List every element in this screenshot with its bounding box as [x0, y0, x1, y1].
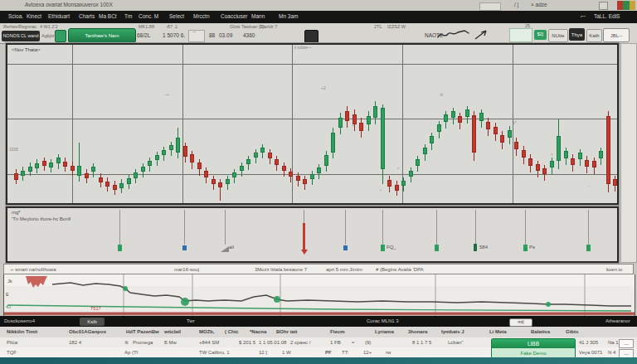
titlebar-dropdown[interactable] — [479, 2, 501, 11]
lot-size-box[interactable] — [509, 28, 532, 42]
candle-body — [99, 177, 103, 182]
label: Lcban'' — [448, 340, 464, 345]
signal-marker-b — [182, 245, 187, 250]
quote-box[interactable] — [188, 30, 205, 42]
table-stepper-box[interactable]: — — [619, 339, 634, 348]
profit-value: PF — [325, 350, 332, 355]
indicator-pane[interactable]: mg*'Tn Meylorio thore-hc BonllallFQ_584P… — [6, 206, 619, 263]
column-header[interactable]: Iymbats J — [441, 329, 464, 334]
column-header[interactable]: wticlail — [164, 329, 181, 334]
trading-terminal-window: { "window": { "title": "Avtoexa ovariat … — [0, 0, 637, 364]
menu-item[interactable]: Coacciuser — [221, 14, 248, 20]
menu-item[interactable]: Ethiduart — [48, 14, 70, 20]
quick-order-button[interactable] — [55, 30, 66, 42]
candle-body — [49, 163, 53, 167]
kath-button[interactable]: Kath — [586, 29, 602, 42]
candle-body — [479, 113, 484, 121]
symbol-button[interactable]: NONOS CL wand — [2, 31, 40, 41]
account-trade-button[interactable]: LIBB Fake Demo — [491, 338, 576, 358]
candle-body — [42, 161, 46, 166]
candle-plot-area[interactable] — [7, 45, 617, 203]
orders-table-header: Nikkilin TimitObc01AGanpoxHdT PazenBwwti… — [0, 327, 637, 338]
gridline-vertical — [72, 45, 73, 203]
label: TW Calibru, 1 — [199, 350, 230, 355]
window-title: Avtoexa ovariat Monsaxuverox 100X — [25, 2, 113, 8]
window-button-icon[interactable] — [599, 2, 608, 10]
label: NAOTE — [425, 33, 443, 39]
candle-body — [169, 145, 173, 150]
marker-label: FQ_ — [387, 245, 396, 250]
label: 12 ] — [259, 350, 267, 355]
equity-chart-pane[interactable]: JkE4JT517 — [3, 274, 635, 316]
indicator-toggle[interactable]: ⌐ smart na/nofthowa — [11, 267, 56, 272]
signal-marker-g — [381, 245, 385, 251]
column-header[interactable]: 3honara — [408, 329, 427, 334]
red-arrowhead-icon — [301, 250, 308, 255]
svg-text:4J: 4J — [6, 304, 11, 309]
candle-body — [232, 172, 236, 177]
account-trade-button-top[interactable]: LIBB — [492, 339, 575, 348]
status-strip: Ksib mt| Dosckoserro4TwrCurac MLN1 3Athe… — [0, 316, 637, 327]
candle-body — [240, 166, 244, 171]
candle-body — [289, 172, 293, 177]
candle-body — [458, 116, 462, 123]
gridline-horizontal — [7, 119, 617, 119]
label: t^ — [513, 121, 517, 125]
label: 3Mozz littala besaone 7 — [255, 267, 307, 272]
label: 1 1 05.01.08 — [259, 340, 286, 345]
candle-body — [613, 179, 617, 186]
column-header[interactable]: Obc01AGanpox — [69, 329, 106, 334]
label: ¬ — [352, 124, 354, 128]
label: $ 201 5 — [239, 340, 255, 345]
menu-item[interactable]: Charts — [79, 14, 95, 20]
nutte-button[interactable]: NUtte — [548, 29, 568, 42]
status-tab[interactable]: Ksib — [80, 318, 105, 326]
menu-item[interactable]: Mn 3am — [279, 14, 298, 20]
label: ii sdare— — [294, 46, 312, 50]
column-header[interactable]: Gibts — [566, 329, 578, 334]
candle-body — [105, 182, 109, 187]
svg-text:E: E — [6, 292, 9, 297]
label: ·· — [588, 184, 591, 188]
buy-order-button[interactable]: Tanthaw's Nam — [68, 28, 136, 43]
candle-body — [430, 136, 434, 143]
menu-item[interactable]: Kinect — [27, 14, 41, 20]
candle-body — [367, 116, 371, 124]
label: koen.io — [606, 267, 622, 272]
account-type-label: Fake Demo — [492, 348, 575, 357]
timeframe-active-button[interactable]: Thya — [569, 28, 585, 41]
tool-square-icon[interactable] — [304, 30, 318, 43]
column-header[interactable]: Ftecm — [330, 329, 345, 334]
label: Twr — [187, 318, 195, 323]
candle-body — [113, 185, 117, 190]
menu-item[interactable]: Conc. M — [139, 14, 158, 20]
titlebar-close-text[interactable]: × adze — [531, 2, 547, 8]
period-dropdown[interactable]: JBL-- — [603, 28, 630, 42]
label: 03.09 — [219, 33, 232, 39]
column-header[interactable]: BOhr iati — [276, 329, 297, 334]
menu-item[interactable]: Mrcctn — [193, 14, 210, 20]
candlestick-chart-pane[interactable]: <Nov Thata>ii sdare—1935~¹v.+2¬^·dt^≈··⌄ — [6, 43, 619, 205]
label: 12+ — [363, 350, 372, 355]
column-header[interactable]: *Nacna — [250, 329, 266, 334]
chart-title: <Nov Thata> — [12, 47, 41, 52]
column-header[interactable]: ( Chic — [225, 329, 239, 334]
column-header[interactable]: Li Meta — [489, 329, 507, 334]
column-header[interactable]: HdT PazenBw — [126, 329, 159, 334]
cursor-arrow-icon[interactable] — [474, 29, 489, 41]
menu-item[interactable]: Mann — [251, 14, 265, 20]
candle-body — [381, 108, 385, 169]
label: apri 5 mm Jimim — [326, 267, 362, 272]
menu-item[interactable]: Select — [169, 14, 184, 20]
column-header[interactable]: Nikkilin Timit — [7, 329, 37, 334]
signal-marker-g — [118, 245, 122, 251]
candle-body — [536, 164, 540, 171]
column-header[interactable]: Balativa — [531, 329, 550, 334]
menu-item[interactable]: Scioa. — [8, 14, 23, 20]
menu-item[interactable]: TaLL. EdlS — [594, 14, 620, 20]
column-header[interactable]: MOZb, — [199, 329, 215, 334]
menu-item[interactable]: Tm — [124, 14, 132, 20]
menu-item[interactable]: Ma BCt — [99, 14, 117, 20]
column-header[interactable]: Lyriama — [375, 329, 394, 334]
price-chip[interactable]: $2| — [534, 30, 547, 40]
